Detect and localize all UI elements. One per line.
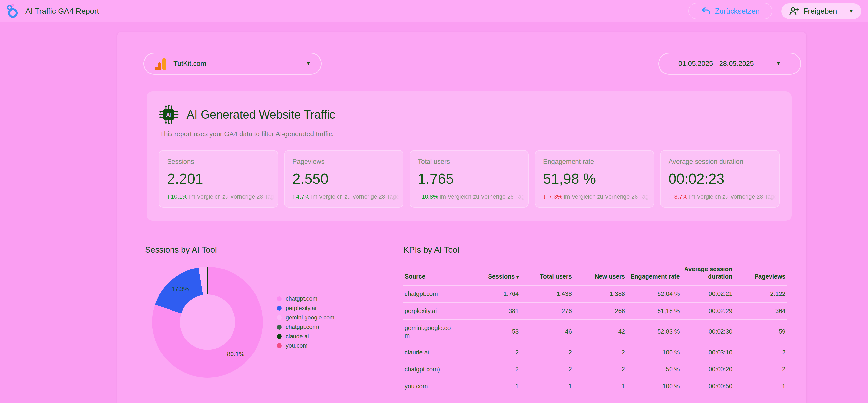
report-canvas: TutKit.com ▼ 01.05.2025 - 28.05.2025 ▼	[0, 22, 868, 403]
share-button-label: Freigeben	[803, 7, 837, 16]
arrow-up-icon: ↑	[418, 194, 421, 200]
legend-item-chatgpt[interactable]: chatgpt.com	[277, 296, 334, 302]
table-row-gemini[interactable]: gemini.google.com 5346 4252,83 % 00:02:3…	[403, 319, 787, 344]
scorecard-label: Engagement rate	[543, 158, 654, 165]
chart-legend: chatgpt.com perplexity.ai gemini.google.…	[277, 296, 334, 349]
pagination-prev-icon[interactable]: ‹	[771, 402, 774, 403]
legend-item-gemini[interactable]: gemini.google.com	[277, 314, 334, 321]
scorecard-value: 1.765	[418, 170, 528, 187]
kpi-table: Source Sessions▾ Total users New users E…	[403, 264, 787, 395]
app-header: AI Traffic GA4 Report Zurücksetzen Freig…	[0, 0, 868, 22]
scorecard-delta: ↓-7.3%im Vergleich zu Vorherige 28 Tage	[543, 193, 654, 200]
reset-button-label: Zurücksetzen	[715, 7, 760, 16]
arrow-up-icon: ↑	[292, 194, 295, 200]
table-row-chatgpt[interactable]: chatgpt.com 1.7641.438 1.38852,04 % 00:0…	[403, 285, 787, 302]
hero-section: AI AI Generated Website Traffic This rep…	[147, 91, 792, 221]
chart-title: Sessions by AI Tool	[145, 245, 388, 254]
column-header-total-users[interactable]: Total users	[520, 264, 573, 285]
scorecard-value: 51,98 %	[543, 170, 654, 187]
date-range-label: 01.05.2025 - 28.05.2025	[678, 60, 754, 68]
delta-percent: 10.8%	[422, 193, 438, 200]
arrow-up-icon: ↑	[167, 194, 170, 200]
scorecard-engagement-rate: Engagement rate 51,98 % ↓-7.3%im Verglei…	[535, 150, 654, 208]
table-row-perplexity[interactable]: perplexity.ai 381276 26851,18 % 00:02:29…	[403, 303, 787, 319]
scorecard-value: 2.550	[292, 170, 403, 187]
kpis-by-tool-table: KPIs by AI Tool Source Sessions▾ Total u…	[403, 245, 787, 403]
column-header-sessions[interactable]: Sessions▾	[471, 264, 520, 285]
pagination-next-icon[interactable]: ›	[782, 402, 785, 403]
date-range-selector[interactable]: 01.05.2025 - 28.05.2025 ▼	[658, 53, 801, 75]
reset-button[interactable]: Zurücksetzen	[688, 3, 772, 19]
legend-label: you.com	[286, 342, 308, 349]
scorecard-avg-session-duration: Average session duration 00:02:23 ↓-3.7%…	[660, 150, 780, 208]
column-header-engagement-rate[interactable]: Engagement rate	[626, 264, 681, 285]
section-gap	[388, 245, 404, 403]
scorecard-sessions: Sessions 2.201 ↑10.1%im Vergleich zu Vor…	[159, 150, 278, 208]
scorecard-row: Sessions 2.201 ↑10.1%im Vergleich zu Vor…	[159, 150, 779, 208]
legend-dot	[277, 306, 282, 311]
legend-label: chatgpt.com)	[286, 323, 319, 330]
column-header-source[interactable]: Source	[403, 264, 471, 285]
legend-label: gemini.google.com	[286, 314, 334, 321]
legend-dot	[277, 297, 282, 301]
sessions-by-tool-chart: Sessions by AI Tool 17.3% 80.1% chatgpt.…	[138, 245, 388, 403]
legend-dot	[277, 334, 282, 339]
delta-compare-text: im Vergleich zu Vorherige 28 Tage	[189, 193, 277, 200]
scorecard-total-users: Total users 1.765 ↑10.8%im Vergleich zu …	[410, 150, 529, 208]
scorecard-label: Sessions	[167, 158, 278, 165]
report-page: TutKit.com ▼ 01.05.2025 - 28.05.2025 ▼	[117, 32, 806, 403]
person-add-icon	[789, 7, 799, 16]
share-dropdown-caret[interactable]: ▼	[843, 8, 859, 14]
scorecard-value: 2.201	[167, 170, 278, 187]
hero-heading-row: AI AI Generated Website Traffic	[159, 104, 779, 124]
report-controls-row: TutKit.com ▼ 01.05.2025 - 28.05.2025 ▼	[117, 32, 806, 75]
table-row-claude[interactable]: claude.ai 22 2100 % 00:03:102	[403, 344, 787, 361]
legend-label: chatgpt.com	[286, 296, 317, 302]
table-header-row: Source Sessions▾ Total users New users E…	[403, 264, 787, 285]
arrow-down-icon: ↓	[668, 194, 671, 200]
delta-percent: 10.1%	[171, 193, 187, 200]
report-title: AI Traffic GA4 Report	[26, 7, 99, 16]
data-source-caret-icon: ▼	[306, 61, 311, 66]
ai-chip-icon: AI	[159, 104, 179, 124]
scorecard-delta: ↑4.7%im Vergleich zu Vorherige 28 Tage	[292, 193, 403, 200]
google-analytics-icon	[154, 56, 167, 71]
table-title: KPIs by AI Tool	[403, 245, 787, 254]
delta-compare-text: im Vergleich zu Vorherige 28 Tage	[311, 193, 399, 200]
column-header-avg-session-duration[interactable]: Average session duration	[681, 264, 734, 285]
column-header-new-users[interactable]: New users	[573, 264, 626, 285]
legend-item-you[interactable]: you.com	[277, 342, 334, 349]
delta-compare-text: im Vergleich zu Vorherige 28 Tage	[564, 193, 652, 200]
legend-dot	[277, 315, 282, 320]
scorecard-label: Average session duration	[668, 158, 779, 165]
delta-percent: -3.7%	[672, 193, 687, 200]
donut-hole	[180, 294, 235, 350]
legend-item-chatgpt-paren[interactable]: chatgpt.com)	[277, 323, 334, 330]
column-header-pageviews[interactable]: Pageviews	[734, 264, 787, 285]
legend-dot	[277, 343, 282, 348]
legend-label: claude.ai	[286, 333, 309, 340]
scorecard-value: 00:02:23	[668, 170, 779, 187]
delta-compare-text: im Vergleich zu Vorherige 28 Tage	[689, 193, 777, 200]
donut-chart: 17.3% 80.1% chatgpt.com perplexity.ai	[145, 262, 388, 381]
table-pagination: 1 - 6 / 6 ‹ ›	[403, 402, 787, 403]
delta-percent: -7.3%	[547, 193, 562, 200]
legend-item-claude[interactable]: claude.ai	[277, 333, 334, 340]
legend-item-perplexity[interactable]: perplexity.ai	[277, 305, 334, 312]
scorecard-label: Pageviews	[292, 158, 403, 165]
share-button[interactable]: Freigeben ▼	[781, 3, 861, 19]
slice-label-chatgpt: 80.1%	[227, 351, 244, 358]
page-title: AI Generated Website Traffic	[186, 108, 335, 121]
page-subtitle: This report uses your GA4 data to filter…	[160, 130, 780, 138]
slice-label-perplexity: 17.3%	[172, 286, 189, 292]
table-row-you[interactable]: you.com 11 1100 % 00:00:501	[403, 378, 787, 395]
legend-label: perplexity.ai	[286, 305, 316, 312]
scorecard-pageviews: Pageviews 2.550 ↑4.7%im Vergleich zu Vor…	[284, 150, 403, 208]
sort-caret-icon: ▾	[517, 275, 519, 280]
scorecard-delta: ↑10.1%im Vergleich zu Vorherige 28 Tage	[167, 193, 278, 200]
svg-text:AI: AI	[166, 112, 172, 118]
delta-percent: 4.7%	[297, 193, 310, 200]
data-source-selector[interactable]: TutKit.com ▼	[143, 53, 322, 75]
table-row-chatgpt-paren[interactable]: chatgpt.com) 22 250 % 00:00:202	[403, 361, 787, 378]
legend-dot	[277, 324, 282, 330]
